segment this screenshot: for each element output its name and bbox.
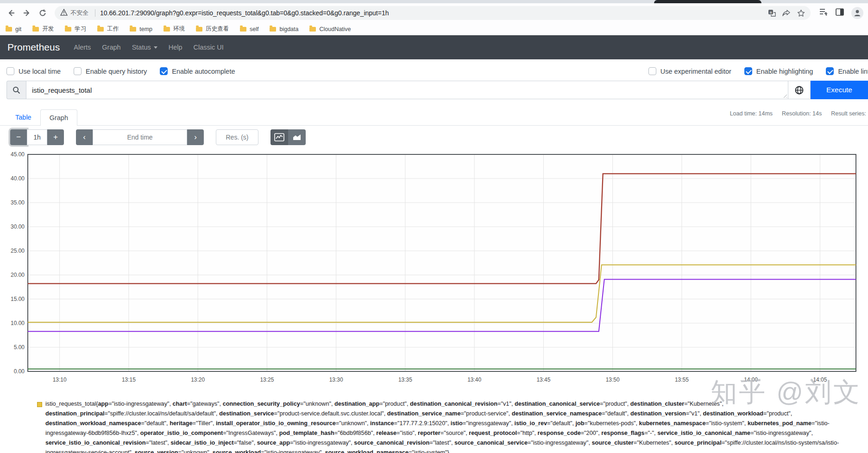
svg-text:13:55: 13:55 bbox=[675, 376, 689, 383]
bookmark-label: self bbox=[250, 26, 258, 32]
bookmark-label: temp bbox=[139, 26, 152, 32]
svg-text:14:05: 14:05 bbox=[813, 376, 827, 383]
bookmark-item[interactable]: self bbox=[240, 26, 258, 32]
resolution-input[interactable] bbox=[216, 129, 258, 145]
bookmark-item[interactable]: bigdata bbox=[270, 26, 298, 32]
folder-icon bbox=[130, 27, 136, 32]
checkbox-box[interactable] bbox=[6, 67, 14, 75]
svg-text:45.00: 45.00 bbox=[11, 151, 25, 158]
svg-text:13:30: 13:30 bbox=[329, 376, 343, 383]
stacked-chart-mode-button[interactable] bbox=[288, 129, 306, 145]
graph-controls: − + ‹ › bbox=[0, 126, 868, 145]
nav-graph[interactable]: Graph bbox=[102, 44, 120, 51]
result-series: Result series: bbox=[831, 110, 866, 117]
nav-alerts[interactable]: Alerts bbox=[74, 44, 91, 51]
prometheus-brand[interactable]: Prometheus bbox=[7, 42, 60, 53]
forward-icon[interactable] bbox=[20, 6, 33, 19]
end-time-input[interactable] bbox=[93, 129, 187, 145]
svg-text:13:50: 13:50 bbox=[606, 376, 620, 383]
share-icon[interactable] bbox=[782, 9, 791, 17]
range-decrease-button[interactable]: − bbox=[10, 129, 27, 145]
range-input[interactable] bbox=[27, 129, 47, 145]
series-swatch[interactable] bbox=[37, 402, 42, 407]
svg-text:20.00: 20.00 bbox=[11, 272, 25, 278]
stats-tabs: Load time: 14ms Resolution: 14s Result s… bbox=[0, 109, 868, 126]
checkbox-highlighting[interactable]: Enable highlighting bbox=[744, 67, 813, 75]
checkbox-label: Enable query history bbox=[86, 68, 147, 75]
metrics-explorer-globe-icon[interactable] bbox=[788, 81, 811, 99]
address-bar[interactable]: 不安全 10.66.201.7:29090/graph?g0.expr=isti… bbox=[55, 6, 811, 20]
line-chart[interactable]: 0.005.0010.0015.0020.0025.0030.0035.0040… bbox=[0, 150, 868, 385]
side-panel-icon[interactable] bbox=[836, 8, 844, 18]
bookmark-item[interactable]: 工作 bbox=[97, 25, 119, 33]
checkbox-box[interactable] bbox=[160, 67, 168, 75]
checkbox-query-history[interactable]: Enable query history bbox=[74, 67, 147, 75]
checkbox-label: Use experimental editor bbox=[660, 68, 731, 75]
svg-text:a: a bbox=[770, 10, 772, 14]
translate-icon[interactable]: a bbox=[768, 9, 776, 17]
query-row: Execute bbox=[6, 81, 868, 99]
checkbox-box[interactable] bbox=[74, 67, 82, 75]
tab-table[interactable]: Table bbox=[6, 109, 40, 125]
checkbox-use-local-time[interactable]: Use local time bbox=[6, 67, 61, 75]
nav-classic-ui[interactable]: Classic UI bbox=[194, 44, 224, 51]
folder-icon bbox=[65, 27, 71, 32]
time-forward-button[interactable]: › bbox=[187, 129, 204, 145]
svg-text:14:00: 14:00 bbox=[744, 376, 758, 383]
bookmark-item[interactable]: 环境 bbox=[164, 25, 185, 33]
bookmark-item[interactable]: temp bbox=[130, 26, 152, 32]
watermark: 知乎 @刘文 bbox=[711, 387, 862, 397]
bookmark-item[interactable]: 历史查看 bbox=[196, 25, 229, 33]
series-label-text[interactable]: istio_requests_total{app="istio-ingressg… bbox=[45, 399, 848, 453]
chevron-down-icon bbox=[154, 46, 157, 49]
security-label[interactable]: 不安全 bbox=[70, 9, 88, 17]
reading-list-icon[interactable] bbox=[819, 8, 828, 18]
checkbox-experimental-editor[interactable]: Use experimental editor bbox=[648, 67, 731, 75]
checkbox-box[interactable] bbox=[648, 67, 656, 75]
url-text[interactable]: 10.66.201.7:29090/graph?g0.expr=istio_re… bbox=[100, 9, 761, 17]
folder-icon bbox=[32, 27, 39, 32]
svg-text:13:15: 13:15 bbox=[122, 376, 136, 383]
svg-text:13:25: 13:25 bbox=[260, 376, 274, 383]
svg-text:13:35: 13:35 bbox=[398, 376, 412, 383]
range-increase-button[interactable]: + bbox=[47, 129, 64, 145]
nav-status[interactable]: Status bbox=[132, 44, 157, 51]
svg-text:25.00: 25.00 bbox=[11, 248, 25, 254]
checkbox-autocomplete[interactable]: Enable autocomplete bbox=[160, 67, 235, 75]
time-back-button[interactable]: ‹ bbox=[76, 129, 93, 145]
bookmark-item[interactable]: 开发 bbox=[32, 25, 54, 33]
profile-avatar[interactable] bbox=[851, 7, 863, 19]
bookmark-label: 环境 bbox=[173, 25, 185, 33]
bookmark-label: 历史查看 bbox=[206, 25, 229, 33]
checkbox-box[interactable] bbox=[744, 67, 752, 75]
stacked-chart-icon bbox=[292, 133, 302, 141]
svg-text:35.00: 35.00 bbox=[11, 199, 25, 206]
bookmark-item[interactable]: CloudNative bbox=[309, 26, 351, 32]
chart-area[interactable]: 0.005.0010.0015.0020.0025.0030.0035.0040… bbox=[0, 150, 868, 385]
folder-icon bbox=[164, 27, 170, 32]
back-icon[interactable] bbox=[5, 6, 18, 19]
checkbox-label: Use local time bbox=[19, 68, 61, 75]
checkbox-box[interactable] bbox=[826, 67, 834, 75]
nav-status-label: Status bbox=[132, 44, 151, 51]
bookmark-label: 工作 bbox=[107, 25, 119, 33]
svg-text:0.00: 0.00 bbox=[14, 368, 25, 375]
svg-text:13:20: 13:20 bbox=[191, 376, 205, 383]
bookmark-item[interactable]: 学习 bbox=[65, 25, 86, 33]
checkbox-linter[interactable]: Enable linter bbox=[826, 67, 868, 75]
warning-icon[interactable] bbox=[60, 9, 68, 18]
execute-button[interactable]: Execute bbox=[811, 81, 868, 99]
nav-help[interactable]: Help bbox=[169, 44, 182, 51]
line-chart-mode-button[interactable] bbox=[270, 129, 288, 145]
folder-icon bbox=[270, 27, 276, 32]
reload-icon[interactable] bbox=[36, 6, 49, 19]
query-input[interactable] bbox=[26, 81, 788, 99]
svg-text:30.00: 30.00 bbox=[11, 223, 25, 230]
tab-graph[interactable]: Graph bbox=[40, 109, 77, 126]
bookmark-label: CloudNative bbox=[319, 26, 351, 32]
folder-icon bbox=[196, 27, 202, 32]
folder-icon bbox=[309, 27, 316, 32]
bookmark-item[interactable]: git bbox=[6, 26, 21, 32]
browser-tab[interactable] bbox=[654, 0, 761, 3]
bookmark-star-icon[interactable] bbox=[797, 9, 805, 17]
